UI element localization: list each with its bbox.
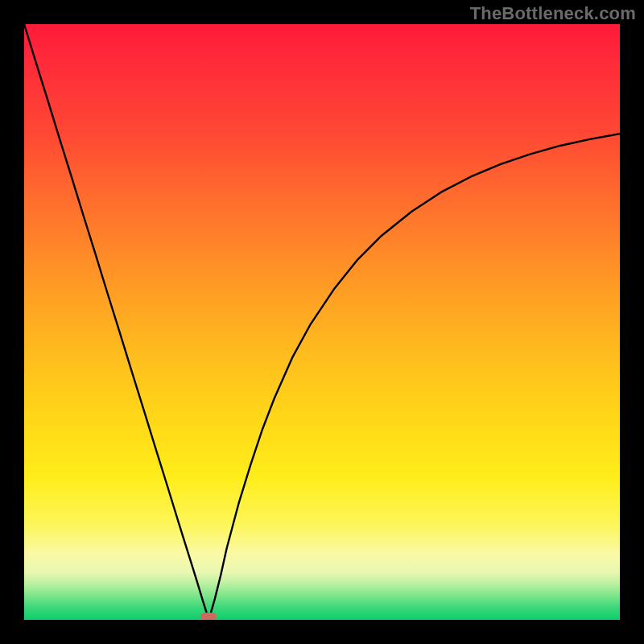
optimal-point-marker (200, 613, 217, 620)
plot-area (24, 24, 620, 620)
curve-svg (24, 24, 620, 620)
watermark-text: TheBottleneck.com (470, 3, 636, 24)
chart-frame: TheBottleneck.com (0, 0, 644, 644)
bottleneck-curve (24, 24, 620, 620)
